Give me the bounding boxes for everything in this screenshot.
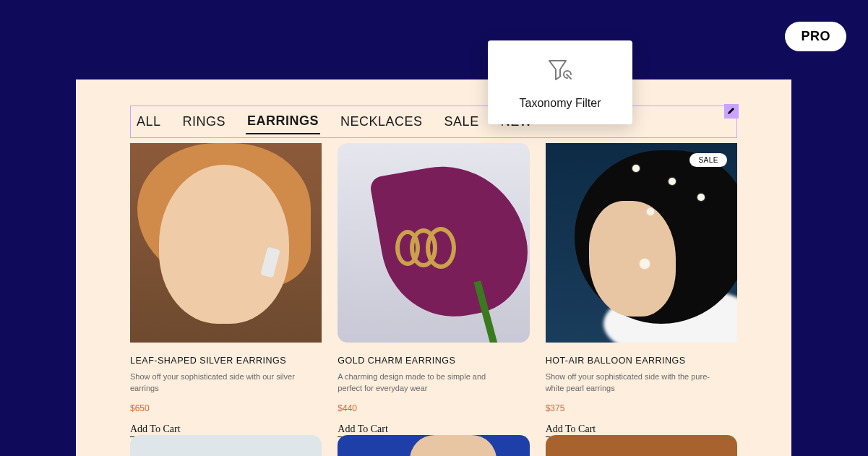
product-price: $650 (130, 403, 322, 413)
pro-badge: PRO (785, 22, 846, 51)
product-card (130, 435, 322, 456)
nav-item-earrings[interactable]: EARRINGS (246, 109, 320, 134)
nav-item-sale[interactable]: SALE (443, 110, 481, 134)
category-nav: ALL RINGS EARRINGS NECKLACES SALE NEW (130, 106, 737, 138)
product-image[interactable] (338, 435, 529, 456)
nav-item-all[interactable]: ALL (135, 110, 163, 134)
storefront-preview: ALL RINGS EARRINGS NECKLACES SALE NEW LE… (76, 79, 791, 456)
product-image[interactable] (546, 435, 737, 456)
product-card (546, 435, 737, 456)
product-card (338, 435, 529, 456)
product-description: Show off your sophisticated side with th… (546, 371, 712, 395)
product-title: LEAF-SHAPED SILVER EARRINGS (130, 356, 322, 366)
pencil-icon (727, 105, 736, 118)
nav-item-rings[interactable]: RINGS (181, 110, 228, 134)
product-title: GOLD CHARM EARRINGS (338, 356, 529, 366)
product-description: A charming design made to be simple and … (338, 371, 504, 395)
product-price: $440 (338, 403, 529, 413)
sale-badge: SALE (689, 153, 727, 167)
nav-item-necklaces[interactable]: NECKLACES (339, 110, 424, 134)
product-grid: LEAF-SHAPED SILVER EARRINGS Show off you… (130, 143, 737, 437)
product-image[interactable] (130, 435, 322, 456)
taxonomy-filter-title: Taxonomy Filter (520, 97, 601, 110)
product-price: $375 (546, 403, 737, 413)
product-card: LEAF-SHAPED SILVER EARRINGS Show off you… (130, 143, 322, 437)
product-description: Show off your sophisticated side with ou… (130, 371, 296, 395)
product-image[interactable] (130, 143, 322, 343)
product-card: GOLD CHARM EARRINGS A charming design ma… (338, 143, 529, 437)
product-title: HOT-AIR BALLOON EARRINGS (546, 356, 737, 366)
edit-block-button[interactable] (724, 104, 739, 119)
product-grid-row-2 (130, 435, 737, 456)
taxonomy-filter-card[interactable]: Taxonomy Filter (488, 40, 632, 124)
product-card: SALE HOT-AIR BALLOON EARRINGS Show off y… (546, 143, 737, 437)
product-image[interactable]: SALE (546, 143, 737, 343)
product-image[interactable] (338, 143, 529, 343)
filter-icon (547, 58, 573, 84)
